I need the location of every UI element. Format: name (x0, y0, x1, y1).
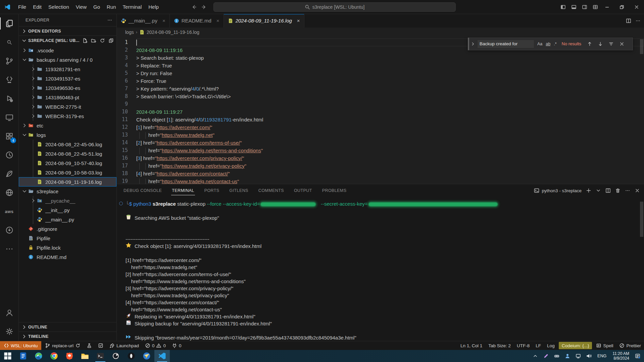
find-input[interactable]: Backup created for (477, 40, 534, 48)
taskbar-edge[interactable] (31, 350, 46, 362)
tree-item-2024-08-08-22-45-06-log[interactable]: 2024-08-08_22-45-06.log (19, 140, 116, 149)
menu-edit[interactable]: Edit (30, 0, 45, 14)
status-indentation[interactable]: Tab Size: 2 (485, 341, 514, 350)
link[interactable]: https://www.tradelg.net/contact-us (162, 178, 237, 184)
toggle-sidebar-icon[interactable] (559, 4, 567, 10)
taskbar-thunderbird[interactable] (139, 350, 154, 362)
status-tasks[interactable] (95, 341, 106, 350)
taskbar-file-explorer[interactable] (77, 350, 93, 362)
tree-item-readme-md[interactable]: README.md (19, 252, 116, 262)
toggle-panel-icon[interactable] (569, 4, 578, 10)
tree-item--init-py[interactable]: __init__.py (19, 205, 116, 215)
kill-terminal-icon[interactable] (615, 188, 621, 193)
link[interactable]: https://www.tradelg.net (162, 132, 213, 138)
terminal-dropdown-icon[interactable] (596, 188, 601, 193)
minimize-button[interactable] (600, 0, 614, 14)
toggle-secondary-sidebar-icon[interactable] (580, 4, 589, 10)
tree-item-1431860463-pt[interactable]: 1431860463-pt (19, 93, 116, 102)
collapse-folders-icon[interactable] (108, 38, 114, 43)
tree-item-backups-aserving-4-0[interactable]: backups / aserving / 4 / 0 (19, 55, 116, 64)
status-codeium-status[interactable]: Codeium: {...} (559, 342, 592, 349)
new-folder-icon[interactable] (91, 38, 96, 43)
taskbar-notes-app[interactable] (15, 350, 31, 362)
nav-back-icon[interactable] (191, 4, 197, 10)
panel-tab-comments[interactable]: COMMENTS (258, 184, 285, 197)
outline-section-header[interactable]: OUTLINE (19, 322, 116, 331)
link[interactable]: https://advercenter.com/terms-of-use/ (157, 140, 240, 146)
find-next-icon[interactable] (596, 41, 605, 47)
status-launchpad[interactable]: Launchpad (106, 341, 142, 350)
nav-forward-icon[interactable] (201, 4, 207, 10)
terminal-output[interactable]: └$ python3 s3replace static-plexop --for… (117, 197, 644, 341)
tree-item-2024-08-08-22-45-51-log[interactable]: 2024-08-08_22-45-51.log (19, 149, 116, 158)
status-testing[interactable] (84, 341, 95, 350)
activity-item-docs[interactable] (0, 183, 18, 202)
editor-more-actions-icon[interactable] (635, 18, 641, 23)
tree-item-etc[interactable]: etc (19, 121, 116, 130)
activity-item-account[interactable] (0, 303, 18, 322)
tab-readme-md[interactable]: README.md× (170, 14, 224, 28)
tree-item--vscode[interactable]: .vscode (19, 46, 116, 55)
taskbar-chrome[interactable] (46, 350, 62, 362)
terminal-instance[interactable]: python3 - s3replace (534, 188, 582, 193)
activity-item-codeium[interactable] (0, 164, 18, 183)
timeline-section-header[interactable]: TIMELINE (19, 331, 116, 341)
restore-button[interactable] (614, 0, 629, 14)
taskbar-media-app[interactable] (123, 350, 139, 362)
panel-tab-ports[interactable]: PORTS (204, 184, 220, 197)
close-tab-icon[interactable]: × (216, 18, 219, 23)
activity-item-run-and-debug[interactable] (0, 89, 18, 108)
activity-item-source-control[interactable] (0, 52, 18, 70)
link[interactable]: https://advercenter.com/contact/ (157, 171, 228, 176)
tree-item-logs[interactable]: logs (19, 130, 116, 140)
taskbar-windows-terminal[interactable] (93, 350, 108, 362)
activity-item-explorer[interactable] (0, 14, 18, 33)
panel-tab-terminal[interactable]: TERMINAL (171, 184, 195, 197)
status-remote-indicator[interactable]: WSL: Ubuntu (0, 341, 41, 350)
link[interactable]: https://www.tradelg.net/privacy-policy (162, 163, 245, 169)
menu-run[interactable]: Run (103, 0, 119, 14)
taskbar-brave[interactable] (62, 350, 77, 362)
keyboard-language[interactable]: ENG (595, 354, 609, 358)
tree-item--gitignore[interactable]: .gitignore (19, 224, 116, 234)
match-case-toggle[interactable]: Aa (536, 41, 543, 47)
panel-tab-debug-console[interactable]: DEBUG CONSOLE (123, 184, 162, 197)
editor-pane[interactable]: Backup created for Aa ab .* No results 1… (117, 37, 644, 184)
command-center-search[interactable]: s3replace [WSL: Ubuntu] (213, 2, 456, 12)
status-cursor-position[interactable]: Ln 1, Col 1 (457, 341, 485, 350)
workspace-section-header[interactable]: S3REPLACE [WSL: UB... (19, 36, 116, 45)
customize-layout-icon[interactable] (591, 4, 600, 10)
whole-word-toggle[interactable]: ab (545, 41, 551, 47)
tree-item-1193281791-en[interactable]: 1193281791-en (19, 64, 116, 74)
tree-item-pipfile[interactable]: Pipfile (19, 234, 116, 243)
sidebar-more-icon[interactable] (107, 17, 112, 23)
status-prettier[interactable]: Prettier (616, 341, 644, 350)
regex-toggle[interactable]: .* (553, 41, 557, 47)
new-file-icon[interactable] (82, 38, 88, 43)
split-editor-icon[interactable] (626, 18, 631, 23)
link[interactable]: https://advercenter.com/privacy-policy/ (157, 155, 242, 161)
taskbar-start[interactable] (0, 350, 15, 362)
menu-terminal[interactable]: Terminal (119, 0, 145, 14)
activity-item-gitlens[interactable] (0, 146, 18, 164)
activity-item-aws-toolkit[interactable]: aws (0, 202, 18, 221)
activity-item-extensions[interactable]: 4 (0, 127, 18, 146)
status-eol[interactable]: LF (533, 341, 544, 350)
open-editors-header[interactable]: OPEN EDITORS (19, 26, 116, 36)
tray-phone-link[interactable] (562, 350, 573, 362)
taskbar-vscode[interactable] (154, 350, 170, 362)
editor-scrollbar[interactable] (640, 39, 643, 54)
taskbar-clock[interactable]: 11:20 AM 8/9/2024 (610, 351, 632, 361)
close-tab-icon[interactable]: × (162, 18, 165, 23)
tray-expand[interactable] (530, 350, 540, 362)
find-previous-icon[interactable] (585, 41, 594, 47)
breadcrumb-file[interactable]: 2024-08-09_11-19-16.log (147, 30, 199, 35)
tab--main-py[interactable]: __main__.py× (117, 14, 170, 28)
panel-tab-output[interactable]: OUTPUT (293, 184, 313, 197)
toggle-replace-icon[interactable] (470, 41, 475, 47)
menu-file[interactable]: File (15, 0, 30, 14)
close-tab-icon[interactable]: × (297, 18, 300, 23)
tree-item--pycache-[interactable]: __pycache__ (19, 196, 116, 205)
menu-selection[interactable]: Selection (45, 0, 72, 14)
tree-item-1203491537-es[interactable]: 1203491537-es (19, 74, 116, 83)
